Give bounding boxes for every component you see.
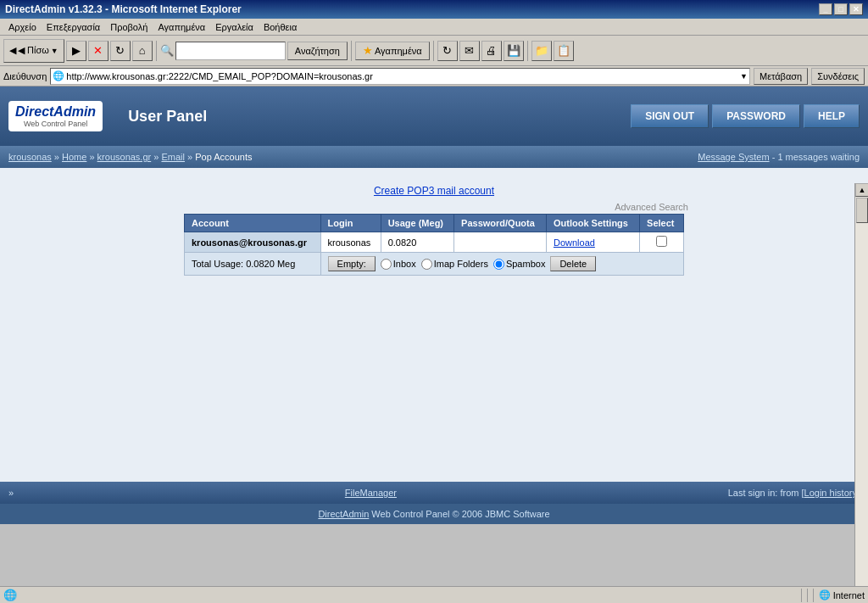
dropdown-icon: ▼ <box>51 47 58 55</box>
table-row: krousonas@krousonas.gr krousonas 0.0820 … <box>185 232 684 253</box>
save-button[interactable]: 💾 <box>504 41 524 61</box>
spambox-label[interactable]: Spambox <box>493 259 545 270</box>
total-usage-cell: Total Usage: 0.0820 Meg <box>185 253 321 276</box>
message-system: Message System - 1 messages waiting <box>698 152 860 162</box>
menu-view[interactable]: Προβολή <box>105 20 153 34</box>
address-label: Διεύθυνση <box>3 71 47 81</box>
breadcrumb-sep-1: » <box>54 152 62 162</box>
breadcrumb-home[interactable]: Home <box>62 152 86 162</box>
dropdown-arrow-icon[interactable]: ▼ <box>740 72 748 81</box>
usage-cell: 0.0820 <box>381 232 453 253</box>
go-button[interactable]: Μετάβαση <box>754 68 808 85</box>
star-icon: ★ <box>363 44 373 57</box>
breadcrumb: krousonas » Home » krousonas.gr » Email … <box>8 152 253 162</box>
spambox-radio[interactable] <box>493 259 504 270</box>
select-cell <box>640 232 684 253</box>
empty-button[interactable]: Empty: <box>328 256 376 271</box>
col-password-quota: Password/Quota <box>454 215 547 232</box>
search-glass-icon: 🔍 <box>160 44 174 57</box>
status-right: 🌐 Internet <box>801 589 865 602</box>
breadcrumb-bar: krousonas » Home » krousonas.gr » Email … <box>0 146 868 168</box>
delete-button[interactable]: Delete <box>550 256 596 271</box>
directadmin-footer-link[interactable]: DirectAdmin <box>318 509 369 519</box>
breadcrumb-domain[interactable]: krousonas.gr <box>97 152 152 162</box>
da-logo: DirectAdmin Web Control Panel <box>8 101 103 131</box>
status-bar: 🌐 🌐 Internet <box>0 586 868 603</box>
breadcrumb-current: Pop Accounts <box>195 152 252 162</box>
refresh-button[interactable]: ↻ <box>110 41 131 61</box>
menu-tools[interactable]: Εργαλεία <box>210 20 259 34</box>
status-sep-1 <box>801 589 802 602</box>
scroll-thumb[interactable] <box>856 198 868 223</box>
search-container: 🔍 Αναζήτηση <box>160 42 348 60</box>
minimize-button[interactable]: _ <box>819 3 832 15</box>
address-input[interactable] <box>66 71 738 81</box>
toolbar: ◀ ◀ Πίσω ▼ ▶ ✕ ↻ ⌂ 🔍 Αναζήτηση ★ Αγαπημέ… <box>0 36 868 66</box>
from-label: from <box>780 488 798 498</box>
mail-button[interactable]: ✉ <box>459 41 480 61</box>
menu-bar: Αρχείο Επεξεργασία Προβολή Αγαπημένα Εργ… <box>0 19 868 36</box>
help-button[interactable]: HELP <box>804 104 860 128</box>
account-cell: krousonas@krousonas.gr <box>185 232 321 253</box>
scroll-up-button[interactable]: ▲ <box>855 183 868 197</box>
window-title: DirectAdmin v1.32.3 - Microsoft Internet… <box>5 3 242 15</box>
imap-label-text: Imap Folders <box>434 259 488 269</box>
advanced-search[interactable]: Advanced Search <box>180 202 688 212</box>
header-buttons: SIGN OUT PASSWORD HELP <box>631 104 860 128</box>
status-sep-2 <box>807 589 808 602</box>
bottom-arrow: » <box>8 488 14 498</box>
refresh2-button[interactable]: ↻ <box>437 41 458 61</box>
breadcrumb-krousonas[interactable]: krousonas <box>8 152 52 162</box>
toolbar-separator-3 <box>433 41 434 61</box>
history-button[interactable]: 📋 <box>554 41 574 61</box>
scrollbar[interactable]: ▲ ▼ <box>854 183 868 603</box>
back-button[interactable]: ◀ ◀ Πίσω ▼ <box>3 39 64 63</box>
menu-favorites[interactable]: Αγαπημένα <box>153 20 210 34</box>
login-cell: krousonas <box>320 232 381 253</box>
download-link[interactable]: Download <box>554 237 595 248</box>
menu-help[interactable]: Βοήθεια <box>259 20 302 34</box>
print-button[interactable]: 🖨 <box>481 41 502 61</box>
inbox-radio[interactable] <box>381 259 392 270</box>
zone-label: Internet <box>833 590 865 600</box>
last-signin-label: Last sign in: <box>728 488 778 498</box>
search-input[interactable] <box>175 42 286 60</box>
email-table: Account Login Usage (Meg) Password/Quota… <box>184 214 684 276</box>
imap-label[interactable]: Imap Folders <box>421 259 488 270</box>
close-button[interactable]: ✕ <box>849 3 863 15</box>
signout-button[interactable]: SIGN OUT <box>631 104 709 128</box>
col-account: Account <box>185 215 321 232</box>
message-system-link[interactable]: Message System <box>698 152 769 162</box>
links-button[interactable]: Συνδέσεις <box>811 68 865 85</box>
inbox-label[interactable]: Inbox <box>381 259 416 270</box>
menu-edit[interactable]: Επεξεργασία <box>42 20 105 34</box>
menu-file[interactable]: Αρχείο <box>3 20 42 34</box>
create-pop3-link[interactable]: Create POP3 mail account <box>374 185 494 197</box>
message-count: 1 messages waiting <box>777 152 860 162</box>
maximize-button[interactable]: □ <box>834 3 848 15</box>
imap-radio[interactable] <box>421 259 432 270</box>
password-button[interactable]: PASSWORD <box>712 104 800 128</box>
da-logo-text: DirectAdmin <box>15 104 96 120</box>
home-button[interactable]: ⌂ <box>132 41 153 61</box>
back-arrow-icon: ◀ <box>9 45 16 56</box>
empty-controls: Empty: Inbox Imap Folders Spambox <box>328 256 676 271</box>
forward-button[interactable]: ▶ <box>66 41 86 61</box>
breadcrumb-sep-4: » <box>187 152 195 162</box>
panel-title: User Panel <box>120 108 631 126</box>
favorites-button[interactable]: ★ Αγαπημένα <box>355 42 430 60</box>
login-history-link[interactable]: [Login history] <box>802 488 860 498</box>
breadcrumb-email[interactable]: Email <box>161 152 185 162</box>
stop-button[interactable]: ✕ <box>88 41 108 61</box>
file-manager-link[interactable]: FileManager <box>345 488 397 498</box>
scroll-track <box>855 197 868 603</box>
window-controls[interactable]: _ □ ✕ <box>819 3 863 15</box>
toolbar-separator-4 <box>527 41 528 61</box>
col-usage: Usage (Meg) <box>381 215 453 232</box>
folder-button[interactable]: 📁 <box>531 41 552 61</box>
select-checkbox[interactable] <box>656 236 667 247</box>
total-usage-text: Total Usage: 0.0820 Meg <box>192 259 295 269</box>
outlook-cell: Download <box>546 232 639 253</box>
main-content: Create POP3 mail account Advanced Search… <box>0 168 868 482</box>
search-button[interactable]: Αναζήτηση <box>287 42 348 60</box>
